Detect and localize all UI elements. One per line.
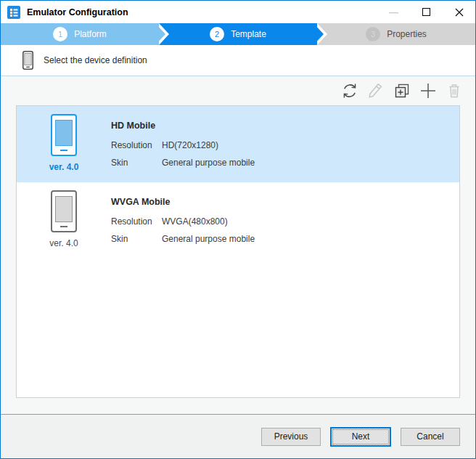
emulator-configuration-window: Emulator Configuration — 1 Platform 2 Te… (0, 0, 476, 459)
skin-value: General purpose mobile (162, 234, 255, 244)
add-icon[interactable] (419, 81, 438, 100)
duplicate-icon[interactable] (393, 81, 411, 100)
step-arrow-icon (155, 23, 165, 45)
phone-screen (55, 196, 73, 222)
subheader-text: Select the device definition (44, 55, 147, 65)
window-title: Emulator Configuration (27, 7, 128, 17)
subheader: Select the device definition (1, 45, 475, 76)
step-number-badge: 2 (210, 27, 224, 41)
device-version: ver. 4.0 (49, 162, 79, 172)
step-number-badge: 1 (53, 27, 67, 41)
device-toolbar (1, 76, 475, 105)
step-arrow-icon (313, 23, 324, 45)
maximize-icon[interactable] (410, 1, 443, 23)
resolution-label: Resolution (111, 216, 162, 227)
step-number-badge: 3 (366, 27, 380, 41)
phone-home-button (60, 226, 67, 227)
step-label: Template (231, 29, 266, 39)
step-template[interactable]: 2 Template (159, 23, 317, 45)
phone-home-button (60, 150, 67, 151)
device-item-wvga-mobile[interactable]: ver. 4.0 WVGA Mobile Resolution WVGA(480… (17, 182, 459, 259)
phone-icon (51, 114, 77, 156)
cancel-button[interactable]: Cancel (401, 428, 460, 446)
edit-icon (366, 81, 385, 100)
app-icon (7, 6, 20, 19)
step-label: Properties (387, 29, 427, 39)
content-area: ver. 4.0 HD Mobile Resolution HD(720x128… (1, 76, 475, 414)
device-list: ver. 4.0 HD Mobile Resolution HD(720x128… (16, 105, 460, 398)
delete-icon (445, 81, 464, 100)
skin-label: Skin (111, 234, 162, 244)
device-name: WVGA Mobile (111, 197, 255, 207)
title-bar: Emulator Configuration — (1, 1, 475, 23)
device-icon-column: ver. 4.0 (17, 182, 111, 259)
caption-buttons: — (377, 1, 475, 23)
previous-button[interactable]: Previous (261, 428, 321, 446)
skin-value: General purpose mobile (162, 158, 255, 168)
step-platform[interactable]: 1 Platform (1, 23, 159, 45)
resolution-value: HD(720x1280) (162, 140, 218, 150)
footer-button-bar: Previous Next Cancel (1, 414, 475, 458)
phone-icon (51, 190, 77, 232)
device-icon-column: ver. 4.0 (17, 106, 111, 182)
phone-icon (22, 51, 33, 70)
device-details: HD Mobile Resolution HD(720x1280) Skin G… (111, 106, 255, 182)
refresh-icon[interactable] (340, 81, 359, 100)
phone-screen (55, 120, 73, 146)
step-label: Platform (74, 29, 107, 39)
device-version: ver. 4.0 (49, 238, 78, 248)
minimize-icon: — (377, 1, 410, 23)
skin-label: Skin (111, 158, 162, 168)
device-item-hd-mobile[interactable]: ver. 4.0 HD Mobile Resolution HD(720x128… (17, 106, 459, 182)
device-details: WVGA Mobile Resolution WVGA(480x800) Ski… (111, 182, 255, 259)
step-properties[interactable]: 3 Properties (317, 23, 475, 45)
wizard-stepper: 1 Platform 2 Template 3 Properties (1, 23, 475, 45)
resolution-value: WVGA(480x800) (162, 216, 228, 227)
resolution-label: Resolution (111, 140, 162, 150)
device-name: HD Mobile (111, 121, 255, 131)
next-button[interactable]: Next (330, 427, 391, 447)
close-icon[interactable] (443, 1, 475, 23)
